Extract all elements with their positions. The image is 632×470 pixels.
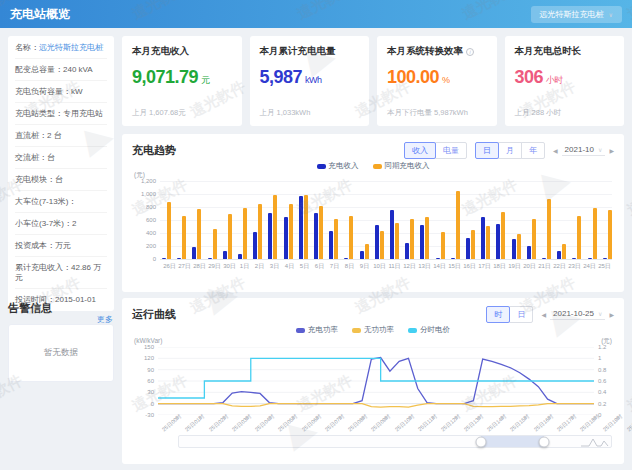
legend-item[interactable]: 充电功率 — [296, 325, 338, 335]
bar-group[interactable] — [390, 181, 399, 259]
bar-group[interactable] — [603, 181, 612, 259]
legend-item[interactable]: 无功功率 — [352, 325, 394, 335]
bar-group[interactable] — [405, 181, 414, 259]
station-selector-dropdown[interactable]: 远光特斯拉充电桩 ∨ — [531, 6, 622, 23]
trend-date-picker[interactable]: 2021-10 ∨ — [562, 144, 606, 156]
bar[interactable] — [228, 214, 232, 260]
bar[interactable] — [334, 219, 338, 259]
next-day-icon[interactable]: ▶ — [609, 311, 614, 318]
bar[interactable] — [517, 234, 521, 259]
trend-period-option-2[interactable]: 年 — [521, 142, 545, 159]
prev-day-icon[interactable]: ◀ — [541, 311, 546, 318]
bar[interactable] — [273, 195, 277, 259]
bar-group[interactable] — [451, 181, 460, 259]
bar[interactable] — [456, 191, 460, 259]
bar[interactable] — [420, 225, 424, 259]
bar-group[interactable] — [512, 181, 521, 259]
bar[interactable] — [486, 226, 490, 259]
bar[interactable] — [532, 219, 536, 259]
curve-date-picker[interactable]: 2021-10-25 ∨ — [550, 308, 605, 320]
legend-item[interactable]: 充电收入 — [317, 161, 359, 171]
bar[interactable] — [360, 251, 364, 259]
bar[interactable] — [289, 204, 293, 259]
bar-group[interactable] — [375, 181, 384, 259]
bar[interactable] — [542, 258, 546, 259]
bar[interactable] — [501, 212, 505, 259]
bar[interactable] — [319, 206, 323, 259]
bar[interactable] — [223, 251, 227, 259]
bar[interactable] — [608, 210, 612, 259]
bar[interactable] — [314, 213, 318, 259]
bar[interactable] — [162, 258, 166, 259]
bar-group[interactable] — [542, 181, 551, 259]
bar[interactable] — [395, 223, 399, 259]
bar[interactable] — [258, 204, 262, 259]
bar[interactable] — [496, 224, 500, 259]
bar-group[interactable] — [436, 181, 445, 259]
bar[interactable] — [593, 208, 597, 259]
bar[interactable] — [603, 258, 607, 259]
bar[interactable] — [410, 219, 414, 259]
bar[interactable] — [243, 208, 247, 259]
bar[interactable] — [405, 243, 409, 259]
bar[interactable] — [299, 196, 303, 259]
bar[interactable] — [197, 209, 201, 259]
bar[interactable] — [557, 251, 561, 259]
trend-period-option-0[interactable]: 日 — [475, 142, 499, 159]
bar[interactable] — [562, 244, 566, 259]
bar[interactable] — [425, 217, 429, 259]
bar-group[interactable] — [344, 181, 353, 259]
datazoom-left-handle[interactable] — [476, 436, 487, 447]
trend-period-option-1[interactable]: 月 — [498, 142, 522, 159]
bar-group[interactable] — [329, 181, 338, 259]
bar-group[interactable] — [314, 181, 323, 259]
bar-group[interactable] — [284, 181, 293, 259]
bar[interactable] — [329, 231, 333, 259]
bar[interactable] — [471, 230, 475, 259]
bar[interactable] — [466, 238, 470, 259]
bar[interactable] — [527, 246, 531, 259]
bar[interactable] — [349, 216, 353, 259]
trend-metric-option-1[interactable]: 电量 — [435, 142, 467, 159]
bar[interactable] — [572, 258, 576, 259]
bar[interactable] — [512, 239, 516, 259]
bar-group[interactable] — [238, 181, 247, 259]
curve-period-option-0[interactable]: 时 — [486, 306, 510, 323]
bar[interactable] — [182, 216, 186, 259]
bar[interactable] — [451, 258, 455, 259]
bar[interactable] — [208, 258, 212, 259]
bar-group[interactable] — [177, 181, 186, 259]
bar[interactable] — [304, 195, 308, 259]
bar[interactable] — [375, 225, 379, 259]
bar[interactable] — [177, 258, 181, 259]
bar-group[interactable] — [208, 181, 217, 259]
bar[interactable] — [268, 213, 272, 259]
bar-group[interactable] — [299, 181, 308, 259]
bar-group[interactable] — [192, 181, 201, 259]
trend-metric-option-0[interactable]: 收入 — [404, 142, 436, 159]
bar[interactable] — [588, 258, 592, 259]
bar-group[interactable] — [481, 181, 490, 259]
bar-group[interactable] — [360, 181, 369, 259]
bar-group[interactable] — [557, 181, 566, 259]
datazoom-slider[interactable] — [178, 435, 612, 448]
curve-period-option-1[interactable]: 日 — [509, 306, 533, 323]
bar-group[interactable] — [588, 181, 597, 259]
bar[interactable] — [436, 258, 440, 259]
bar[interactable] — [167, 202, 171, 259]
datazoom-right-handle[interactable] — [539, 436, 550, 447]
bar-group[interactable] — [162, 181, 171, 259]
legend-item[interactable]: 同期充电收入 — [373, 161, 430, 171]
prev-month-icon[interactable]: ◀ — [553, 147, 558, 154]
bar-group[interactable] — [496, 181, 505, 259]
bar-group[interactable] — [253, 181, 262, 259]
next-month-icon[interactable]: ▶ — [609, 147, 614, 154]
bar[interactable] — [481, 217, 485, 259]
bar-group[interactable] — [223, 181, 232, 259]
bar-group[interactable] — [466, 181, 475, 259]
bar-group[interactable] — [527, 181, 536, 259]
datazoom-selected-range[interactable] — [481, 436, 544, 447]
bar-group[interactable] — [420, 181, 429, 259]
bar[interactable] — [441, 232, 445, 259]
bar[interactable] — [344, 258, 348, 259]
